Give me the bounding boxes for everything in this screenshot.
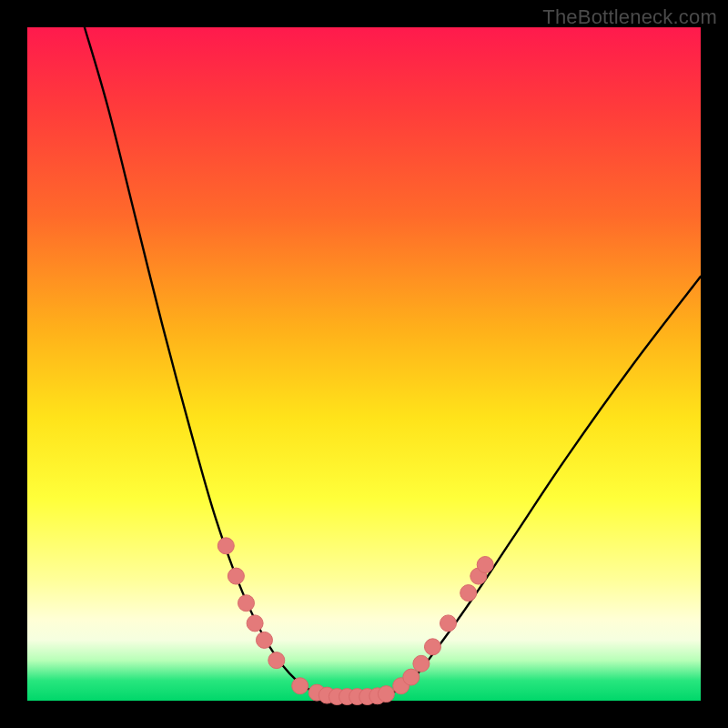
data-marker xyxy=(460,585,477,602)
data-marker xyxy=(228,568,244,584)
data-marker xyxy=(378,686,394,703)
data-marker xyxy=(413,655,430,672)
data-marker xyxy=(256,632,272,648)
bottleneck-curve xyxy=(27,27,701,701)
data-marker xyxy=(268,652,285,669)
data-marker xyxy=(247,615,263,632)
data-marker xyxy=(440,615,457,632)
watermark-text: TheBottleneck.com xyxy=(542,5,717,29)
data-markers xyxy=(217,538,493,705)
chart-frame: TheBottleneck.com xyxy=(0,0,728,728)
data-marker xyxy=(292,678,308,694)
data-marker xyxy=(238,595,255,612)
data-marker xyxy=(477,557,493,573)
data-marker xyxy=(424,639,440,655)
data-marker xyxy=(403,669,420,685)
curve-line xyxy=(85,27,701,698)
data-marker xyxy=(217,538,234,554)
plot-area xyxy=(27,27,701,701)
